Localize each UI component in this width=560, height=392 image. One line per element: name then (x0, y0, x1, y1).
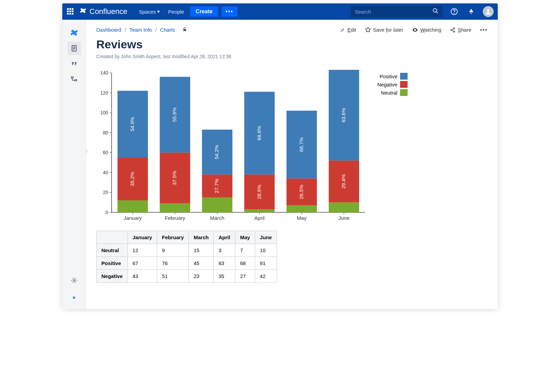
table-row-header: Negative (97, 270, 128, 283)
svg-text:54.9%: 54.9% (129, 117, 135, 132)
notifications-icon[interactable] (466, 6, 477, 17)
chevron-down-icon: ▾ (157, 9, 160, 15)
svg-text:January: January (123, 215, 142, 221)
lock-icon[interactable] (182, 27, 187, 33)
svg-point-3 (454, 13, 455, 14)
create-button[interactable]: Create (190, 6, 218, 17)
svg-text:27.7%: 27.7% (214, 179, 219, 193)
table-cell: 12 (128, 244, 157, 257)
table-col-header: February (157, 231, 189, 244)
left-sidebar: || » (62, 20, 86, 309)
sidebar-tree-icon[interactable] (67, 73, 81, 86)
breadcrumb-dashboard[interactable]: Dashboard (96, 27, 121, 33)
page-more-icon[interactable]: ••• (480, 27, 488, 33)
svg-rect-44 (160, 203, 190, 212)
svg-text:55.9%: 55.9% (171, 108, 177, 122)
breadcrumb: Dashboard / Team Info / Charts (96, 27, 187, 33)
menu-spaces[interactable]: Spaces ▾ (135, 6, 163, 17)
svg-rect-58 (244, 209, 275, 212)
table-cell: 43 (128, 270, 157, 283)
table-cell: 23 (189, 270, 214, 283)
product-name: Confluence (89, 7, 127, 16)
svg-line-18 (452, 30, 454, 31)
svg-point-0 (433, 9, 437, 12)
legend-neutral: Neutral (377, 89, 408, 96)
help-icon[interactable] (449, 6, 460, 17)
table-cell: 7 (235, 244, 255, 257)
svg-text:28.9%: 28.9% (256, 185, 262, 199)
sidebar-pages-icon[interactable] (67, 42, 81, 55)
top-menu: Spaces ▾ People Create ••• (135, 6, 237, 17)
svg-text:68.6%: 68.6% (256, 126, 262, 141)
save-for-later-button[interactable]: Save for later (365, 27, 403, 33)
svg-line-17 (452, 29, 454, 30)
sidebar-collapse-icon[interactable]: » (67, 291, 81, 304)
svg-rect-72 (329, 202, 359, 212)
sidebar-settings-icon[interactable] (67, 274, 81, 287)
svg-rect-11 (75, 80, 77, 81)
apps-switcher-icon[interactable] (66, 7, 75, 16)
confluence-logo[interactable]: Confluence (79, 7, 127, 16)
svg-rect-10 (71, 77, 73, 78)
table-cell: 9 (157, 244, 189, 257)
svg-text:May: May (297, 215, 307, 221)
svg-point-14 (454, 28, 455, 29)
legend-swatch-negative (400, 81, 408, 88)
sidebar-resize-handle[interactable]: || (86, 149, 87, 153)
table-col-header: January (128, 231, 157, 244)
avatar[interactable] (483, 6, 494, 17)
more-button[interactable]: ••• (221, 6, 237, 17)
table-cell: 91 (255, 257, 277, 270)
table-cell: 10 (255, 244, 277, 257)
svg-text:June: June (339, 215, 350, 221)
table-corner (97, 231, 128, 244)
svg-text:37.5%: 37.5% (171, 171, 177, 185)
svg-text:54.2%: 54.2% (214, 145, 219, 160)
svg-rect-51 (202, 197, 232, 212)
menu-people[interactable]: People (165, 7, 187, 17)
edit-button[interactable]: Edit (340, 27, 356, 33)
svg-text:20: 20 (103, 190, 108, 195)
table-col-header: April (214, 231, 235, 244)
chart-legend: Positive Negative Neutral (377, 73, 408, 224)
table-cell: 67 (128, 257, 157, 270)
table-row-header: Positive (97, 257, 128, 270)
table-col-header: June (255, 231, 277, 244)
svg-text:60: 60 (103, 150, 108, 155)
svg-text:63.6%: 63.6% (341, 108, 346, 122)
watching-button[interactable]: Watching (412, 27, 441, 33)
svg-text:100: 100 (100, 110, 109, 115)
search-input[interactable] (355, 9, 432, 15)
main-content: Dashboard / Team Info / Charts Edit (86, 20, 498, 309)
svg-rect-37 (117, 200, 148, 212)
page-meta: Created by John Smith Aspect, last modif… (96, 54, 488, 59)
svg-text:40: 40 (103, 170, 108, 175)
svg-rect-13 (183, 29, 186, 31)
svg-point-16 (454, 31, 455, 32)
table-cell: 76 (157, 257, 189, 270)
sidebar-space-icon[interactable] (67, 26, 81, 39)
svg-text:26.5%: 26.5% (298, 185, 304, 199)
svg-text:March: March (210, 215, 225, 221)
table-row-header: Neutral (97, 244, 128, 257)
legend-negative: Negative (377, 81, 408, 88)
svg-rect-65 (286, 206, 317, 213)
svg-line-1 (436, 12, 438, 13)
page-title: Reviews (96, 38, 488, 51)
breadcrumb-team-info[interactable]: Team Info (130, 27, 152, 33)
svg-text:April: April (254, 215, 265, 221)
search-box[interactable] (351, 6, 443, 17)
table-cell: 15 (189, 244, 214, 257)
table-cell: 3 (214, 244, 235, 257)
sidebar-quote-icon[interactable] (67, 57, 81, 71)
svg-point-4 (471, 13, 472, 14)
svg-point-5 (487, 9, 490, 12)
svg-text:35.2%: 35.2% (129, 172, 135, 186)
share-button[interactable]: Share (450, 27, 471, 33)
svg-point-15 (451, 29, 452, 31)
chart: 02040608010012014035.2%54.9%January37.5%… (96, 69, 368, 224)
top-nav: Confluence Spaces ▾ People Create ••• (62, 3, 498, 20)
svg-text:80: 80 (103, 130, 108, 135)
breadcrumb-charts[interactable]: Charts (160, 27, 175, 33)
svg-text:0: 0 (105, 210, 108, 215)
